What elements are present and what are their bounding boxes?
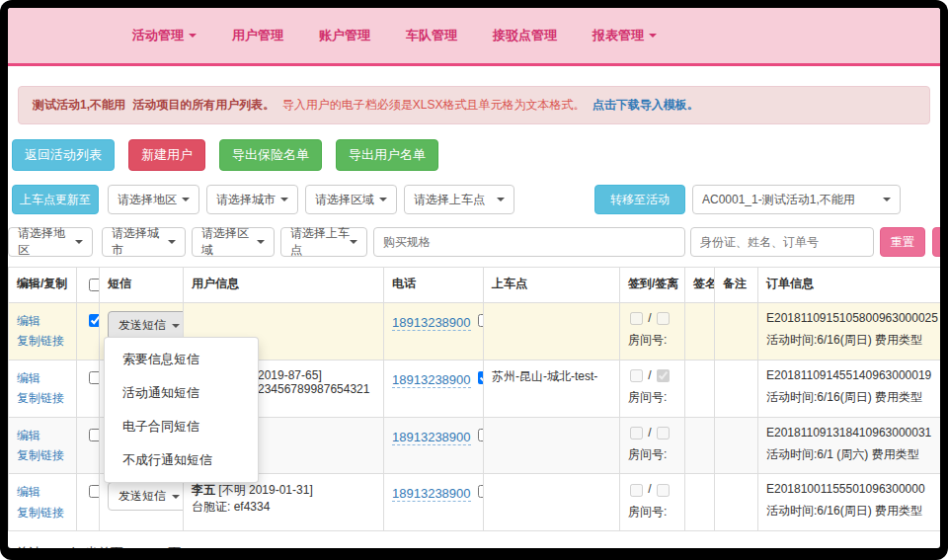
- sign-out-checkbox: [657, 484, 670, 497]
- sign-out-checkbox: [657, 427, 670, 440]
- alert-import-text: 导入用户的电子档必须是XLSX格式且单元格为文本格式。: [282, 98, 586, 112]
- filter-button[interactable]: 过滤: [932, 227, 940, 257]
- order-info: 活动时间:6/16(周日) 费用类型: [766, 332, 940, 349]
- sign-in-checkbox: [630, 312, 643, 325]
- chevron-down-icon: [379, 198, 387, 201]
- nav-fleet-management[interactable]: 车队管理: [406, 27, 457, 44]
- row-checkbox[interactable]: [89, 429, 100, 441]
- header-user-info: 用户信息: [184, 268, 384, 303]
- action-toolbar: 返回活动列表 新建用户 导出保险名单 导出用户名单: [12, 139, 940, 171]
- header-order-info: 订单信息: [758, 268, 941, 303]
- phone-link[interactable]: 18913238900: [392, 315, 471, 331]
- room-label: 房间号:: [628, 332, 676, 349]
- chevron-down-icon: [168, 240, 176, 244]
- pagination-summary: 总计： 4 条,当前页： 1 / 1 页: [16, 544, 940, 548]
- header-note: 备注: [715, 268, 758, 303]
- update-pickup-button[interactable]: 上车点更新至: [12, 185, 99, 214]
- chevron-down-icon: [182, 198, 190, 201]
- edit-link[interactable]: 编辑: [17, 482, 68, 502]
- order-number: E20181001155501096300000: [766, 482, 940, 496]
- room-label: 房间号:: [628, 446, 676, 463]
- select-all-checkbox[interactable]: [89, 279, 100, 291]
- room-label: 房间号:: [628, 504, 676, 520]
- pickup-point-select[interactable]: 请选择上车点: [404, 185, 514, 214]
- sign-in-checkbox: [630, 484, 643, 497]
- filter-city-select[interactable]: 请选择城市: [102, 227, 186, 257]
- send-sms-button[interactable]: 发送短信: [108, 311, 184, 340]
- phone-checkbox[interactable]: [478, 429, 484, 441]
- order-number: E2018110915105800963000025: [766, 311, 940, 325]
- filter-pickup-select[interactable]: 请选择上车点: [280, 227, 367, 257]
- spec-input[interactable]: [373, 227, 685, 257]
- phone-link[interactable]: 18913238900: [392, 372, 471, 388]
- phone-link[interactable]: 18913238900: [392, 430, 471, 445]
- header-signature: 签名: [685, 268, 715, 303]
- download-template-link[interactable]: 点击下载导入模板。: [592, 98, 699, 112]
- signature-cell: [685, 303, 715, 360]
- edit-link[interactable]: 编辑: [17, 368, 68, 388]
- reset-button[interactable]: 重置: [880, 227, 925, 257]
- row-checkbox[interactable]: [89, 485, 100, 498]
- menu-item-request-info-sms[interactable]: 索要信息短信: [105, 343, 258, 376]
- row-checkbox[interactable]: [89, 314, 100, 327]
- order-number: E201811091455140963000019: [766, 368, 940, 382]
- note-cell: [715, 417, 758, 474]
- row-checkbox[interactable]: [89, 371, 100, 384]
- alert-banner: 测试活动1,不能用 活动项目的所有用户列表。 导入用户的电子档必须是XLSX格式…: [18, 86, 930, 124]
- header-pickup: 上车点: [484, 268, 620, 303]
- table-header-row: 编辑/复制 短信 用户信息 电话 上车点 签到/签离 签名 备注 订单信息: [9, 268, 941, 303]
- menu-item-cancel-notice-sms[interactable]: 不成行通知短信: [105, 443, 258, 477]
- page: 活动管理 用户管理 账户管理 车队管理 接驳点管理 报表管理 测试活动1,不能用…: [8, 8, 940, 548]
- chevron-down-icon: [257, 240, 265, 244]
- room-label: 房间号:: [628, 389, 676, 406]
- sign-in-checkbox: [630, 369, 643, 382]
- export-insurance-button[interactable]: 导出保险名单: [219, 139, 322, 171]
- copy-link[interactable]: 复制链接: [17, 331, 68, 351]
- filter-region-select[interactable]: 请选择地区: [8, 227, 93, 257]
- sign-out-checkbox: [657, 312, 670, 325]
- nav-report-management[interactable]: 报表管理: [592, 27, 657, 44]
- transfer-to-activity-button[interactable]: 转移至活动: [594, 185, 685, 214]
- menu-item-activity-notice-sms[interactable]: 活动通知短信: [105, 376, 258, 410]
- region-select[interactable]: 请选择地区: [108, 185, 199, 214]
- order-number: E201811091318410963000031: [766, 426, 940, 440]
- chevron-down-icon: [75, 240, 83, 244]
- search-input[interactable]: [690, 227, 874, 257]
- copy-link[interactable]: 复制链接: [17, 388, 68, 408]
- pickup-cell: 苏州-昆山-城北-test-: [484, 360, 620, 417]
- district-select[interactable]: 请选择区域: [305, 185, 397, 214]
- sign-in-checkbox: [630, 427, 643, 440]
- new-user-button[interactable]: 新建用户: [128, 139, 205, 171]
- phone-checkbox[interactable]: [478, 371, 484, 384]
- phone-checkbox[interactable]: [478, 314, 484, 327]
- export-users-button[interactable]: 导出用户名单: [336, 139, 438, 171]
- phone-checkbox[interactable]: [478, 485, 484, 498]
- city-select[interactable]: 请选择城市: [206, 185, 298, 214]
- menu-item-e-contract-sms[interactable]: 电子合同短信: [105, 410, 258, 443]
- signature-cell: [685, 474, 715, 531]
- nav-user-management[interactable]: 用户管理: [232, 27, 283, 44]
- nav-account-management[interactable]: 账户管理: [319, 27, 370, 44]
- pickup-cell: [484, 474, 620, 531]
- header-edit-copy: 编辑/复制: [9, 268, 77, 303]
- nav-pickup-point-management[interactable]: 接驳点管理: [493, 27, 557, 44]
- back-to-activity-list-button[interactable]: 返回活动列表: [12, 139, 115, 171]
- chevron-down-icon: [172, 495, 180, 499]
- pickup-cell: [484, 303, 620, 360]
- header-sign: 签到/签离: [620, 268, 685, 303]
- note-cell: [715, 474, 758, 531]
- signature-cell: [685, 417, 715, 474]
- copy-link[interactable]: 复制链接: [17, 503, 68, 522]
- signature-cell: [685, 360, 715, 417]
- copy-link[interactable]: 复制链接: [17, 445, 68, 465]
- filter-district-select[interactable]: 请选择区域: [192, 227, 275, 257]
- phone-link[interactable]: 18913238900: [392, 486, 471, 502]
- top-navbar: 活动管理 用户管理 账户管理 车队管理 接驳点管理 报表管理: [8, 8, 940, 63]
- target-activity-select[interactable]: AC0001_1-测试活动1,不能用: [692, 185, 901, 214]
- order-info: 活动时间:6/16(周日) 费用类型: [766, 389, 940, 406]
- send-sms-button[interactable]: 发送短信: [108, 482, 184, 511]
- header-phone: 电话: [384, 268, 484, 303]
- edit-link[interactable]: 编辑: [17, 311, 68, 331]
- nav-activity-management[interactable]: 活动管理: [132, 27, 197, 44]
- edit-link[interactable]: 编辑: [17, 426, 68, 445]
